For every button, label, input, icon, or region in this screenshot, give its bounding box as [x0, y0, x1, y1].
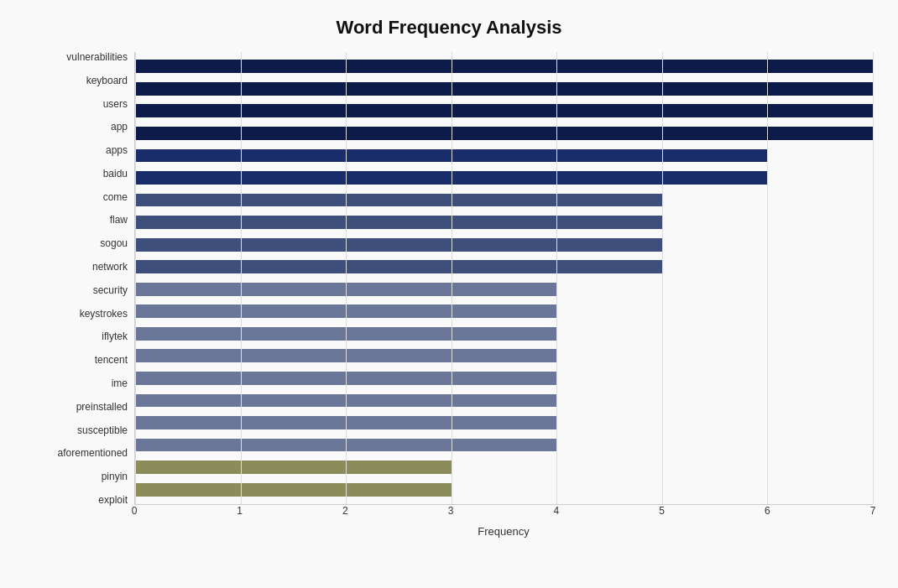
bar-row	[135, 300, 873, 323]
grid-line	[241, 52, 242, 504]
bar-row	[135, 412, 873, 434]
y-label: network	[92, 262, 128, 272]
x-tick: 6	[765, 505, 770, 517]
bar-row	[135, 100, 873, 122]
chart-container: Word Frequency Analysis vulnerabilitiesk…	[0, 0, 898, 588]
bar-row	[135, 55, 873, 78]
y-label: exploit	[98, 495, 128, 505]
bar-row	[135, 345, 873, 367]
bar-row	[135, 456, 873, 479]
bar-row	[135, 478, 873, 501]
x-tick: 5	[659, 505, 665, 517]
grid-line	[346, 52, 347, 504]
y-label: susceptible	[77, 425, 128, 435]
y-label: baidu	[103, 169, 128, 179]
y-label: tencent	[95, 355, 128, 365]
x-tick: 2	[342, 505, 348, 517]
y-label: vulnerabilities	[66, 52, 128, 62]
bar-row	[135, 211, 873, 234]
y-label: keyboard	[86, 75, 128, 86]
bar-row	[135, 323, 873, 346]
bar	[135, 483, 452, 497]
bar	[135, 260, 662, 273]
bar-row	[135, 122, 873, 145]
bar-row	[135, 389, 873, 412]
bars-and-grid	[134, 52, 873, 505]
grid-line	[452, 52, 452, 504]
x-tick: 3	[448, 505, 454, 517]
grid-line	[767, 52, 768, 504]
bar-row	[135, 189, 873, 211]
y-label: apps	[106, 145, 128, 155]
y-label: come	[103, 192, 128, 202]
chart-area: vulnerabilitieskeyboardusersappappsbaidu…	[25, 52, 873, 538]
y-label: app	[111, 122, 128, 132]
bars-section: vulnerabilitieskeyboardusersappappsbaidu…	[25, 52, 873, 505]
y-label: users	[103, 99, 128, 109]
bar-row	[135, 278, 873, 300]
y-label: pinyin	[102, 471, 128, 481]
bar	[135, 127, 873, 140]
grid-line	[662, 52, 663, 504]
bar	[135, 194, 662, 207]
x-tick: 0	[132, 505, 138, 517]
chart-title: Word Frequency Analysis	[25, 17, 873, 39]
x-tick: 7	[870, 505, 876, 517]
bar	[135, 461, 452, 474]
grid-line	[556, 52, 557, 504]
y-label: ime	[112, 378, 128, 388]
bar-row	[135, 233, 873, 256]
bar-row	[135, 78, 873, 101]
y-label: security	[93, 285, 128, 295]
grid-line	[873, 52, 874, 504]
y-label: aforementioned	[58, 448, 128, 458]
grid-line	[135, 52, 136, 504]
bar-row	[135, 167, 873, 190]
x-tick: 1	[237, 505, 243, 517]
bars-rows	[135, 52, 873, 504]
bar	[135, 216, 662, 229]
x-axis: 01234567 Frequency	[134, 505, 873, 538]
y-label: flaw	[110, 215, 128, 225]
y-label: iflytek	[102, 331, 128, 341]
bar-row	[135, 144, 873, 167]
x-ticks: 01234567	[134, 505, 873, 522]
y-label: keystrokes	[80, 309, 128, 319]
bar	[135, 104, 873, 117]
bar-row	[135, 367, 873, 390]
bar	[135, 60, 873, 73]
bar-row	[135, 434, 873, 456]
bar	[135, 238, 662, 252]
x-axis-label: Frequency	[134, 525, 873, 538]
bar-row	[135, 256, 873, 278]
y-labels: vulnerabilitieskeyboardusersappappsbaidu…	[25, 52, 134, 505]
x-tick: 4	[554, 505, 560, 517]
bar	[135, 82, 873, 96]
y-label: preinstalled	[76, 402, 128, 412]
y-label: sogou	[100, 238, 128, 248]
